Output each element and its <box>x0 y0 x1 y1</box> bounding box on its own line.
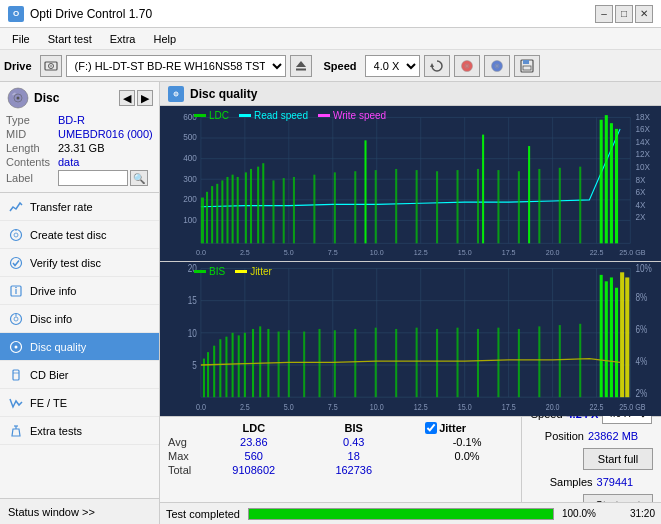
svg-rect-102 <box>313 175 315 244</box>
sidebar-item-disc-info[interactable]: Disc info <box>0 305 159 333</box>
svg-text:12.5: 12.5 <box>414 247 428 256</box>
maximize-button[interactable]: □ <box>615 5 633 23</box>
svg-rect-91 <box>245 172 247 243</box>
svg-text:14X: 14X <box>635 136 650 147</box>
jitter-checkbox[interactable] <box>425 422 437 434</box>
sidebar-item-verify-test-disc[interactable]: Verify test disc <box>0 249 159 277</box>
svg-rect-187 <box>615 287 618 396</box>
speed-select[interactable]: 4.0 X <box>365 55 420 77</box>
disc-prev-button[interactable]: ◀ <box>119 90 135 106</box>
svg-rect-188 <box>620 272 624 397</box>
status-window-button[interactable]: Status window >> <box>0 498 159 524</box>
label-search-button[interactable]: 🔍 <box>130 170 148 186</box>
close-button[interactable]: ✕ <box>635 5 653 23</box>
write-dot <box>318 114 330 117</box>
svg-rect-4 <box>296 68 306 70</box>
verify-test-icon <box>8 255 24 271</box>
svg-rect-113 <box>538 169 540 243</box>
nav-fe-te-label: FE / TE <box>30 397 67 409</box>
disc-next-button[interactable]: ▶ <box>137 90 153 106</box>
svg-text:5: 5 <box>192 360 197 371</box>
svg-rect-185 <box>605 281 608 397</box>
svg-text:10.0: 10.0 <box>370 402 384 412</box>
sidebar-item-extra-tests[interactable]: Extra tests <box>0 417 159 445</box>
svg-rect-107 <box>416 170 418 243</box>
nav-create-label: Create test disc <box>30 229 106 241</box>
menu-help[interactable]: Help <box>145 31 184 47</box>
svg-rect-103 <box>334 172 336 243</box>
label-input[interactable] <box>58 170 128 186</box>
nav-disc-info-label: Disc info <box>30 313 72 325</box>
svg-text:0.0: 0.0 <box>196 402 206 412</box>
menu-extra[interactable]: Extra <box>102 31 144 47</box>
jitter-legend: Jitter <box>235 266 272 277</box>
svg-rect-111 <box>497 170 499 243</box>
eject-button[interactable] <box>290 55 312 77</box>
samples-value: 379441 <box>597 476 634 488</box>
svg-marker-3 <box>296 61 306 67</box>
sidebar-item-cd-bier[interactable]: CD Bier <box>0 361 159 389</box>
content-area: Disc quality LDC Read speed <box>160 82 661 524</box>
progress-time: 31:20 <box>615 508 655 519</box>
svg-rect-162 <box>238 335 240 397</box>
stats-controls: Speed 4.24 X 4.0 X Position 23862 MB Sta… <box>521 417 661 502</box>
svg-rect-89 <box>232 175 234 244</box>
svg-text:22.5: 22.5 <box>590 402 604 412</box>
sidebar-item-fe-te[interactable]: FE / TE <box>0 389 159 417</box>
svg-text:6%: 6% <box>635 323 647 334</box>
sidebar-item-disc-quality[interactable]: Disc quality <box>0 333 159 361</box>
red-disc-button[interactable] <box>454 55 480 77</box>
drive-select[interactable]: (F:) HL-DT-ST BD-RE WH16NS58 TST4 <box>66 55 286 77</box>
svg-rect-174 <box>395 328 397 396</box>
sidebar-item-create-test-disc[interactable]: Create test disc <box>0 221 159 249</box>
write-legend: Write speed <box>318 110 386 121</box>
svg-rect-175 <box>416 327 418 397</box>
ldc-dot <box>194 114 206 117</box>
bottom-chart: BIS Jitter <box>160 262 661 417</box>
label-label: Label <box>6 172 58 184</box>
save-button[interactable] <box>514 55 540 77</box>
svg-point-20 <box>14 233 18 237</box>
svg-text:2X: 2X <box>635 212 645 223</box>
total-bis: 162736 <box>306 463 401 477</box>
svg-text:12X: 12X <box>635 149 650 160</box>
sidebar-item-drive-info[interactable]: Drive info <box>0 277 159 305</box>
blue-disc-button[interactable] <box>484 55 510 77</box>
svg-point-30 <box>15 345 18 348</box>
svg-text:20.0: 20.0 <box>546 247 560 256</box>
svg-rect-158 <box>213 345 215 397</box>
minimize-button[interactable]: – <box>595 5 613 23</box>
svg-point-2 <box>50 65 52 67</box>
svg-text:0.0: 0.0 <box>196 247 206 256</box>
position-value: 23862 MB <box>588 430 638 442</box>
sidebar-item-transfer-rate[interactable]: Transfer rate <box>0 193 159 221</box>
start-full-button[interactable]: Start full <box>583 448 653 470</box>
refresh-button[interactable] <box>424 55 450 77</box>
disc-label-row: Label 🔍 <box>6 170 153 186</box>
svg-rect-94 <box>262 163 264 243</box>
svg-rect-165 <box>259 326 261 397</box>
menu-file[interactable]: File <box>4 31 38 47</box>
drive-icon <box>40 55 62 77</box>
svg-rect-88 <box>226 177 228 243</box>
nav-drive-info-label: Drive info <box>30 285 76 297</box>
nav-disc-quality-label: Disc quality <box>30 341 86 353</box>
menu-start-test[interactable]: Start test <box>40 31 100 47</box>
max-label: Max <box>168 449 201 463</box>
svg-text:4%: 4% <box>635 356 647 367</box>
svg-rect-31 <box>13 370 19 380</box>
nav-cd-bier-label: CD Bier <box>30 369 69 381</box>
svg-text:500: 500 <box>183 132 197 143</box>
drive-bar: Drive (F:) HL-DT-ST BD-RE WH16NS58 TST4 … <box>0 50 661 82</box>
svg-rect-99 <box>272 180 274 243</box>
disc-quality-header-icon <box>168 86 184 102</box>
progress-bar-fill <box>249 509 553 519</box>
svg-rect-118 <box>528 146 530 243</box>
svg-rect-105 <box>375 170 377 243</box>
svg-rect-119 <box>160 262 661 417</box>
total-row: Total 9108602 162736 <box>168 463 513 477</box>
svg-point-37 <box>175 93 177 95</box>
position-row: Position 23862 MB <box>545 430 638 442</box>
svg-text:17.5: 17.5 <box>502 247 516 256</box>
svg-text:15.0: 15.0 <box>458 247 472 256</box>
